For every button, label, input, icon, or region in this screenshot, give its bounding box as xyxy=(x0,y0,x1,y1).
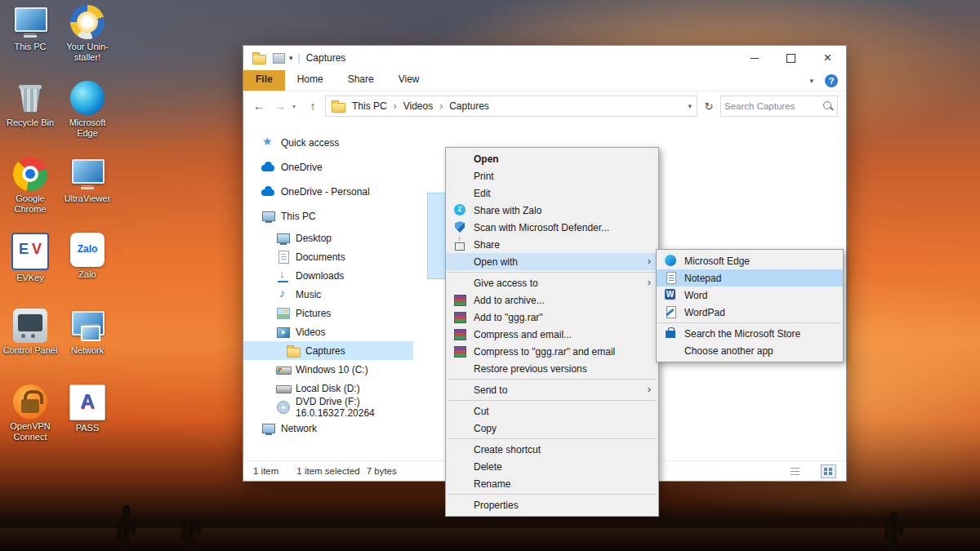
desktop-icon-control-panel[interactable]: Control Panel xyxy=(2,309,59,384)
forward-button[interactable]: → xyxy=(271,100,289,113)
tab-file[interactable]: File xyxy=(243,70,285,91)
desktop-icon-ultraviewer[interactable]: UltraViewer xyxy=(59,157,116,233)
menu-item-share[interactable]: Share xyxy=(446,236,658,253)
address-dropdown-icon[interactable]: ▾ xyxy=(688,102,692,110)
address-bar[interactable]: This PC › Videos › Captures ▾ xyxy=(325,96,697,117)
desktop-icon-label: PASS xyxy=(76,423,100,433)
sidebar-item-label: This PC xyxy=(281,211,316,222)
maximize-button[interactable] xyxy=(773,47,809,70)
breadcrumb-separator-icon: › xyxy=(439,100,443,112)
menu-item-properties[interactable]: Properties xyxy=(446,496,658,513)
menu-item-share-with-zalo[interactable]: Share with Zalo xyxy=(446,202,658,219)
tab-share[interactable]: Share xyxy=(336,70,386,91)
submenu-item-microsoft-edge[interactable]: Microsoft Edge xyxy=(657,252,843,269)
winrar-icon xyxy=(453,310,466,323)
menu-item-label: Properties xyxy=(474,500,519,511)
sidebar-item-documents[interactable]: Documents xyxy=(243,247,413,266)
sidebar-item-music[interactable]: Music xyxy=(243,285,413,304)
desktop-icon-label: OpenVPN Connect xyxy=(2,421,59,442)
submenu-item-choose-another-app[interactable]: Choose another app xyxy=(657,342,843,359)
menu-item-add-to-archive[interactable]: Add to archive... xyxy=(446,291,658,309)
sidebar-item-label: Videos xyxy=(296,327,325,338)
menu-separator xyxy=(448,379,657,380)
submenu-item-search-microsoft-store[interactable]: Search the Microsoft Store xyxy=(657,325,843,342)
desktop-icon-network[interactable]: Network xyxy=(59,309,116,384)
tab-view[interactable]: View xyxy=(386,70,432,91)
desktop-icon-label: Microsoft Edge xyxy=(59,118,116,138)
drive-icon xyxy=(276,382,291,395)
menu-item-copy[interactable]: Copy xyxy=(446,420,658,437)
ultraviewer-icon xyxy=(70,157,105,191)
winrar-icon xyxy=(453,293,466,306)
close-button[interactable]: × xyxy=(809,47,846,70)
sidebar-item-pictures[interactable]: Pictures xyxy=(243,304,413,322)
menu-item-label: Cut xyxy=(474,406,489,417)
desktop-icon-google-chrome[interactable]: Google Chrome xyxy=(2,157,59,233)
sidebar-item-captures[interactable]: Captures xyxy=(243,341,413,360)
breadcrumb-captures[interactable]: Captures xyxy=(448,100,491,112)
menu-item-open[interactable]: Open xyxy=(446,150,658,167)
desktop-icon-recycle-bin[interactable]: Recycle Bin xyxy=(2,81,59,157)
minimize-button[interactable] xyxy=(736,47,773,70)
menu-item-send-to[interactable]: Send to › xyxy=(446,381,658,398)
search-box[interactable] xyxy=(720,96,838,117)
sidebar-item-onedrive-personal[interactable]: OneDrive - Personal xyxy=(243,180,413,204)
details-view-button[interactable] xyxy=(787,464,803,478)
sidebar-item-label: Local Disk (D:) xyxy=(296,383,360,394)
back-button[interactable]: ← xyxy=(250,100,268,113)
submenu-arrow-icon: › xyxy=(648,276,651,288)
sidebar-item-onedrive[interactable]: OneDrive xyxy=(243,155,413,180)
menu-item-compress-to-ggg-rar-and-email[interactable]: Compress to "ggg.rar" and email xyxy=(446,343,658,360)
sidebar-item-quick-access[interactable]: Quick access xyxy=(243,131,413,155)
sidebar-item-windows-c-drive[interactable]: Windows 10 (C:) xyxy=(243,360,413,379)
desktop-icon-microsoft-edge[interactable]: Microsoft Edge xyxy=(59,81,116,157)
thumbnail-view-button[interactable] xyxy=(821,464,836,478)
sidebar-item-desktop[interactable]: Desktop xyxy=(243,229,413,247)
submenu-item-word[interactable]: Word xyxy=(657,287,843,304)
submenu-item-wordpad[interactable]: WordPad xyxy=(657,304,843,321)
sidebar-item-label: Network xyxy=(281,423,317,434)
desktop-icon-label: This PC xyxy=(14,42,46,52)
menu-item-restore-previous-versions[interactable]: Restore previous versions xyxy=(446,360,658,377)
desktop-icon-this-pc[interactable]: This PC xyxy=(2,5,59,81)
ribbon-collapse-icon[interactable]: ▾ xyxy=(809,77,813,85)
sidebar-item-dvd-drive-f[interactable]: DVD Drive (F:) 16.0.16327.20264 xyxy=(243,398,413,416)
title-divider: | xyxy=(298,52,301,64)
up-button[interactable]: ↑ xyxy=(304,100,322,113)
desktop-icon-zalo[interactable]: Zalo xyxy=(59,233,116,309)
menu-item-delete[interactable]: Delete xyxy=(446,458,658,475)
desktop-icon-your-uninstaller[interactable]: Your Unin-staller! xyxy=(59,5,116,81)
help-icon[interactable]: ? xyxy=(825,74,838,87)
menu-item-scan-with-defender[interactable]: Scan with Microsoft Defender... xyxy=(446,219,658,236)
menu-item-edit[interactable]: Edit xyxy=(446,184,658,202)
refresh-button[interactable]: ↻ xyxy=(701,100,717,113)
history-dropdown-icon[interactable]: ▾ xyxy=(292,103,301,110)
menu-item-create-shortcut[interactable]: Create shortcut xyxy=(446,441,658,458)
qat-icon[interactable] xyxy=(273,53,285,64)
menu-item-cut[interactable]: Cut xyxy=(446,402,658,420)
menu-item-give-access-to[interactable]: Give access to › xyxy=(446,274,658,291)
sidebar-item-this-pc[interactable]: This PC xyxy=(243,204,413,229)
folder-icon xyxy=(331,100,345,113)
desktop-icon-label: Zalo xyxy=(78,269,96,280)
menu-item-compress-and-email[interactable]: Compress and email... xyxy=(446,326,658,343)
notepad-icon xyxy=(664,271,677,284)
breadcrumb-videos[interactable]: Videos xyxy=(402,100,434,112)
submenu-item-notepad[interactable]: Notepad xyxy=(657,269,843,287)
desktop-icon-openvpn-connect[interactable]: OpenVPN Connect xyxy=(2,384,59,460)
desktop-icon-evkey[interactable]: EVKey xyxy=(2,233,59,309)
title-bar[interactable]: ▾ | Captures × xyxy=(243,46,846,70)
sidebar-item-network[interactable]: Network xyxy=(243,416,413,441)
breadcrumb-this-pc[interactable]: This PC xyxy=(350,100,389,112)
cactus-silhouette xyxy=(122,505,130,551)
menu-item-print[interactable]: Print xyxy=(446,167,658,184)
sidebar-item-downloads[interactable]: Downloads xyxy=(243,266,413,285)
search-input[interactable] xyxy=(721,101,822,111)
menu-item-add-to-ggg-rar[interactable]: Add to "ggg.rar" xyxy=(446,309,658,326)
sidebar-item-videos[interactable]: Videos xyxy=(243,322,413,341)
tab-home[interactable]: Home xyxy=(285,70,336,91)
menu-item-open-with[interactable]: Open with › xyxy=(446,253,658,270)
menu-item-rename[interactable]: Rename xyxy=(446,475,658,492)
desktop-icon-pass[interactable]: PASS xyxy=(59,384,116,460)
qat-dropdown-icon[interactable]: ▾ xyxy=(289,54,293,62)
